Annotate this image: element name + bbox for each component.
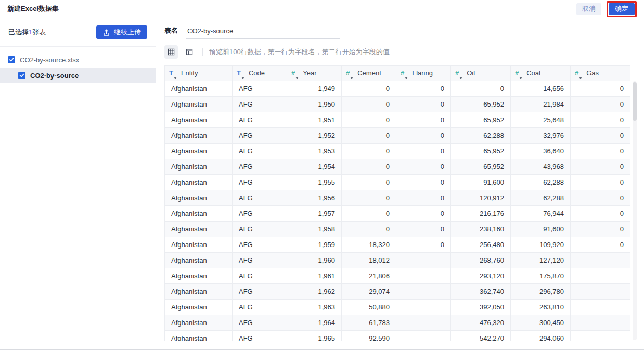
column-label: Coal — [526, 69, 540, 77]
cell-cement: 50,880 — [342, 300, 396, 315]
cell-entity: Afghanistan — [165, 331, 233, 341]
cell-cement: 0 — [342, 144, 396, 159]
column-dropdown-caret-icon — [174, 77, 177, 79]
table-row: AfghanistanAFG1,9540065,95243,9680 — [165, 159, 630, 175]
cell-code: AFG — [233, 253, 287, 268]
column-header-entity[interactable]: TEntity — [165, 66, 233, 81]
workbook-label: CO2-by-source.xlsx — [20, 56, 79, 64]
cell-gas: 0 — [571, 144, 630, 159]
table-name-row: 表名 — [164, 24, 638, 39]
cell-flaring: 0 — [396, 175, 451, 190]
column-label: Cement — [357, 69, 381, 77]
cell-entity: Afghanistan — [165, 253, 233, 268]
column-header-gas[interactable]: #Gas — [571, 66, 630, 81]
sheet-label: CO2-by-source — [30, 72, 79, 80]
table-row: AfghanistanAFG1,96350,880392,050263,810 — [165, 300, 630, 315]
text-column-icon: T — [169, 69, 173, 77]
table-row: AfghanistanAFG1,96121,806293,120175,870 — [165, 268, 630, 284]
tree-item-workbook[interactable]: CO2-by-source.xlsx — [0, 52, 156, 68]
table-row: AfghanistanAFG1,9500065,95221,9840 — [165, 97, 630, 112]
cell-coal: 32,976 — [511, 128, 571, 144]
numeric-column-icon: # — [575, 69, 578, 77]
column-header-flaring[interactable]: #Flaring — [396, 66, 451, 81]
column-header-cement[interactable]: #Cement — [342, 66, 396, 81]
scrollbar-thumb[interactable] — [633, 82, 637, 121]
cell-gas — [571, 331, 630, 341]
cell-code: AFG — [233, 112, 287, 128]
cell-entity: Afghanistan — [165, 81, 233, 97]
checkbox-checked-icon[interactable] — [18, 72, 25, 79]
cell-flaring: 0 — [396, 128, 451, 144]
cell-code: AFG — [233, 206, 287, 222]
cell-year: 1,962 — [287, 284, 342, 300]
cell-oil: 392,050 — [451, 300, 511, 315]
cell-cement: 29,074 — [342, 284, 396, 300]
cell-coal: 300,450 — [511, 315, 571, 331]
table-row: AfghanistanAFG1,96592,590542,270294,060 — [165, 331, 630, 341]
cell-year: 1,960 — [287, 253, 342, 268]
main-panel: 表名 — [156, 18, 644, 349]
upload-icon — [102, 29, 110, 36]
checkbox-checked-icon[interactable] — [8, 56, 15, 63]
preview-toolbar: 预览前100行数据，第一行为字段名，第二行开始为字段的值 — [164, 45, 638, 59]
table-row: AfghanistanAFG1,96229,074362,740296,780 — [165, 284, 630, 300]
cell-coal: 21,984 — [511, 97, 571, 112]
column-header-oil[interactable]: #Oil — [451, 66, 511, 81]
cell-year: 1,956 — [287, 190, 342, 206]
column-header-coal[interactable]: #Coal — [511, 66, 571, 81]
cell-gas — [571, 300, 630, 315]
column-header-year[interactable]: #Year — [287, 66, 342, 81]
cancel-button[interactable]: 取消 — [576, 3, 601, 15]
vertical-scrollbar[interactable] — [633, 81, 637, 340]
column-header-code[interactable]: TCode — [233, 66, 287, 81]
continue-upload-button[interactable]: 继续上传 — [96, 25, 147, 39]
confirm-button[interactable]: 确定 — [609, 3, 635, 15]
cell-gas: 0 — [571, 175, 630, 190]
cell-year: 1,950 — [287, 97, 342, 112]
cell-gas: 0 — [571, 128, 630, 144]
form-view-icon — [185, 48, 194, 56]
cell-gas: 0 — [571, 112, 630, 128]
cell-flaring: 0 — [396, 97, 451, 112]
table-row: AfghanistanAFG1,9530065,95236,6400 — [165, 144, 630, 159]
form-view-button[interactable] — [183, 45, 196, 59]
cell-coal: 76,944 — [511, 206, 571, 222]
grid-view-icon — [167, 48, 175, 56]
annotation-highlight-box: 确定 — [607, 1, 637, 17]
cell-code: AFG — [233, 222, 287, 237]
cell-cement: 0 — [342, 222, 396, 237]
cell-coal: 263,810 — [511, 300, 571, 315]
table-row: AfghanistanAFG1,95918,3200256,480109,920… — [165, 237, 630, 253]
cell-code: AFG — [233, 159, 287, 175]
cell-entity: Afghanistan — [165, 159, 233, 175]
table-name-input[interactable] — [186, 27, 340, 39]
cell-flaring: 0 — [396, 206, 451, 222]
cell-cement: 0 — [342, 97, 396, 112]
text-column-icon: T — [237, 69, 241, 77]
cell-entity: Afghanistan — [165, 144, 233, 159]
cell-code: AFG — [233, 81, 287, 97]
cell-flaring — [396, 315, 451, 331]
cell-gas: 0 — [571, 97, 630, 112]
cell-coal: 62,288 — [511, 190, 571, 206]
cell-code: AFG — [233, 284, 287, 300]
cell-entity: Afghanistan — [165, 300, 233, 315]
cell-flaring: 0 — [396, 144, 451, 159]
cell-entity: Afghanistan — [165, 175, 233, 190]
cell-oil: 65,952 — [451, 159, 511, 175]
tree-item-sheet-selected[interactable]: CO2-by-source — [0, 68, 156, 83]
cell-cement: 0 — [342, 206, 396, 222]
sidebar: 已选择1张表 继续上传 — [0, 18, 156, 349]
cell-oil: 238,160 — [451, 222, 511, 237]
cell-entity: Afghanistan — [165, 284, 233, 300]
table-row: AfghanistanAFG1,9510065,95225,6480 — [165, 112, 630, 128]
column-label: Flaring — [412, 69, 433, 77]
cell-entity: Afghanistan — [165, 128, 233, 144]
cell-flaring — [396, 253, 451, 268]
cell-coal: 62,288 — [511, 175, 571, 190]
cell-coal: 25,648 — [511, 112, 571, 128]
grid-view-button[interactable] — [164, 45, 178, 59]
numeric-column-icon: # — [401, 69, 404, 77]
cell-code: AFG — [233, 175, 287, 190]
cell-year: 1,965 — [287, 331, 342, 341]
